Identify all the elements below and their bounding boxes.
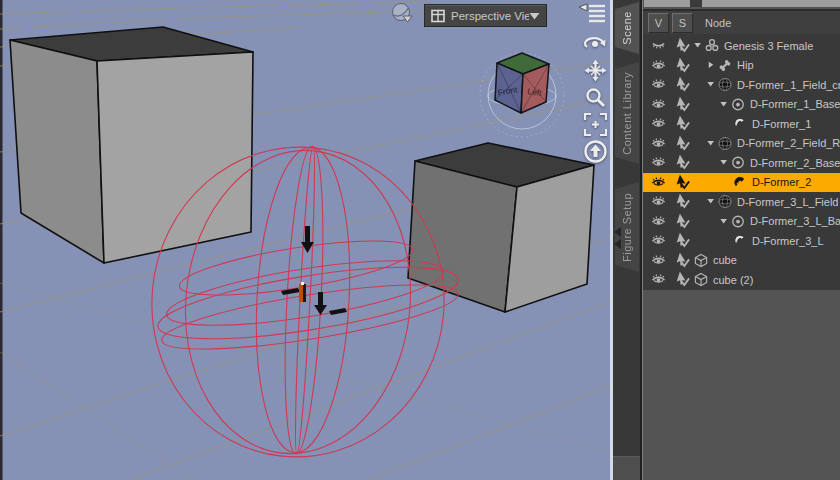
column-header-selectability: S [672, 13, 693, 33]
eye-open-icon[interactable] [648, 214, 669, 229]
node-label: D-Former_2 [752, 176, 811, 188]
pan-tool-icon[interactable] [583, 58, 608, 83]
eye-open-icon[interactable] [648, 136, 669, 151]
tree-row[interactable]: D-Former_2_Field_R [643, 134, 840, 154]
dformer-node-icon [732, 175, 748, 190]
viewport-pane-icon [431, 9, 445, 23]
column-header-node: Node [705, 17, 731, 29]
selectable-cursor-icon[interactable] [672, 175, 693, 190]
tab-figure-setup-label: Figure Setup [621, 193, 633, 262]
node-label: D-Former_1 [752, 118, 811, 130]
orbit-tool-icon[interactable] [583, 31, 608, 56]
tree-row[interactable]: cube (2) [643, 270, 840, 290]
cube-node-icon [693, 253, 709, 268]
node-label: D-Former_1_Field_cntr [737, 79, 840, 91]
viewport-scene[interactable]: Front Left [0, 0, 610, 480]
eye-open-icon[interactable] [648, 97, 669, 112]
expander-open-icon[interactable] [706, 137, 717, 150]
selectable-cursor-icon[interactable] [672, 38, 693, 53]
field-node-icon [717, 194, 733, 209]
tree-row[interactable]: Genesis 3 Female [643, 36, 840, 56]
eye-open-icon[interactable] [648, 233, 669, 248]
selectable-cursor-icon[interactable] [672, 116, 693, 131]
eye-open-icon[interactable] [648, 116, 669, 131]
eye-open-icon[interactable] [648, 272, 669, 287]
tabstrip-bottom-block [613, 456, 640, 480]
panel-collapse-arrows[interactable] [613, 226, 622, 250]
selectable-cursor-icon[interactable] [672, 97, 693, 112]
eye-open-icon[interactable] [648, 155, 669, 170]
panel-empty-area [643, 290, 840, 480]
tree-row[interactable]: D-Former_1_Base [643, 95, 840, 115]
expander-open-icon[interactable] [706, 78, 717, 91]
left-cube[interactable] [10, 27, 253, 263]
tree-row[interactable]: D-Former_1 [643, 114, 840, 134]
tree-row[interactable]: D-Former_3_L [643, 231, 840, 251]
base-node-icon [730, 214, 746, 229]
eye-open-icon[interactable] [648, 77, 669, 92]
aim-tool-icon[interactable] [583, 139, 608, 164]
selectable-cursor-icon[interactable] [672, 155, 693, 170]
selectable-cursor-icon[interactable] [672, 214, 693, 229]
expander-open-icon[interactable] [719, 156, 730, 169]
expander-open-icon[interactable] [706, 195, 717, 208]
expander-open-icon[interactable] [693, 39, 704, 52]
frame-tool-icon[interactable] [583, 112, 608, 137]
tab-content-library[interactable]: Content Library [615, 62, 639, 164]
scrollbar-thumb[interactable] [690, 0, 702, 7]
eye-open-icon[interactable] [648, 194, 669, 209]
app-window: Front Left Perspective View [0, 0, 840, 480]
selectable-cursor-icon[interactable] [672, 253, 693, 268]
eye-open-icon[interactable] [648, 175, 669, 190]
expander-closed-icon[interactable] [706, 59, 717, 72]
figure-node-icon [704, 38, 720, 53]
node-label: D-Former_3_L_Field [737, 196, 838, 208]
tab-scene-label: Scene [621, 11, 633, 45]
column-header-visibility: V [648, 13, 669, 33]
tree-row[interactable]: D-Former_3_L_Base [643, 212, 840, 232]
eye-open-icon[interactable] [648, 253, 669, 268]
viewport-options-menu-icon[interactable] [577, 3, 607, 25]
field-node-icon [717, 77, 733, 92]
selectable-cursor-icon[interactable] [672, 58, 693, 73]
tab-scene[interactable]: Scene [615, 2, 639, 54]
node-label: D-Former_3_L [752, 235, 824, 247]
tree-row[interactable]: D-Former_3_L_Field [643, 192, 840, 212]
viewport-left-edge [0, 0, 3, 480]
eye-closed-icon[interactable] [648, 38, 669, 53]
tree-row[interactable]: D-Former_2 [643, 173, 840, 193]
node-label: cube (2) [713, 274, 753, 286]
selectable-cursor-icon[interactable] [672, 194, 693, 209]
node-label: D-Former_2_Base [750, 157, 840, 169]
tree-row[interactable]: D-Former_1_Field_cntr [643, 75, 840, 95]
eye-open-icon[interactable] [648, 58, 669, 73]
field-node-icon [717, 136, 733, 151]
camera-view-label: Perspective View [451, 10, 529, 22]
selectable-cursor-icon[interactable] [672, 136, 693, 151]
chevron-down-icon [529, 12, 540, 20]
node-label: D-Former_3_L_Base [750, 215, 840, 227]
camera-view-dropdown[interactable]: Perspective View [424, 4, 547, 27]
tree-row[interactable]: cube [643, 251, 840, 271]
zoom-tool-icon[interactable] [583, 85, 608, 110]
base-node-icon [730, 155, 746, 170]
scene-panel: V S Node Genesis 3 Female Hip D-Former_1… [640, 0, 840, 480]
base-node-icon [730, 97, 746, 112]
node-label: cube [713, 254, 737, 266]
tree-row[interactable]: D-Former_2_Base [643, 153, 840, 173]
selectable-cursor-icon[interactable] [672, 272, 693, 287]
expander-open-icon[interactable] [719, 98, 730, 111]
expander-open-icon[interactable] [719, 215, 730, 228]
viewport-3d[interactable]: Front Left Perspective View [0, 0, 610, 480]
drawstyle-ball-icon[interactable] [390, 1, 414, 25]
side-tabstrip: Scene Content Library Figure Setup [613, 0, 640, 480]
bone-node-icon [717, 58, 733, 73]
right-cube[interactable] [408, 143, 594, 312]
panel-top-scrollbar[interactable] [644, 0, 840, 7]
selectable-cursor-icon[interactable] [672, 77, 693, 92]
selectable-cursor-icon[interactable] [672, 233, 693, 248]
scene-tree-header: V S Node [643, 9, 840, 34]
dformer-node-icon [732, 233, 748, 248]
tree-row[interactable]: Hip [643, 56, 840, 76]
node-label: D-Former_1_Base [750, 98, 840, 110]
